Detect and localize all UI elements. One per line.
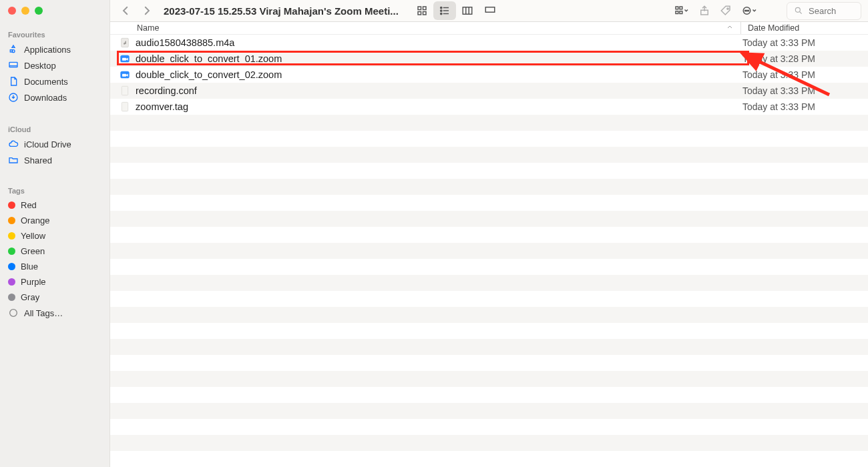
empty-row [110,371,868,387]
back-button[interactable] [117,2,134,19]
view-list-button[interactable] [433,1,456,20]
svg-point-4 [10,310,17,317]
empty-row [110,291,868,307]
sidebar-item-label: Orange [21,215,49,225]
document-icon [8,76,19,87]
sidebar-item-label: Applications [24,45,71,55]
file-date: Today at 3:33 PM [742,101,863,112]
sidebar-item-applications[interactable]: Applications [0,41,110,57]
close-window-button[interactable] [8,7,16,15]
sidebar-item-label: Red [21,200,37,210]
file-name: zoomver.tag [136,101,742,112]
sidebar-item-label: Documents [24,77,68,87]
empty-row [110,211,868,227]
sidebar-tag-red[interactable]: Red [0,197,110,213]
svg-rect-25 [680,7,682,9]
apps-icon [8,44,19,55]
search-input[interactable] [807,5,850,17]
svg-point-30 [745,10,746,11]
file-row[interactable]: recording.confToday at 3:33 PM [110,83,868,99]
sidebar-item-label: Downloads [24,93,67,103]
column-date-header[interactable]: Date Modified [748,23,868,33]
file-date: Today at 3:33 PM [742,69,863,80]
sidebar-item-label: Yellow [21,231,45,241]
group-by-button[interactable] [672,2,692,19]
svg-point-32 [748,10,749,11]
view-switcher [411,1,501,20]
empty-row [110,275,868,291]
tag-dot-blue-icon [8,263,15,270]
sidebar-tag-all[interactable]: All Tags… [0,305,110,321]
svg-line-34 [800,12,802,14]
sidebar-item-downloads[interactable]: Downloads [0,89,110,105]
sidebar-item-documents[interactable]: Documents [0,73,110,89]
column-divider[interactable] [740,22,741,34]
sidebar-item-label: All Tags… [24,308,63,318]
sort-ascending-icon[interactable] [726,23,740,33]
svg-rect-26 [680,11,682,14]
search-icon [794,6,803,15]
download-icon [8,92,19,103]
empty-row [110,435,868,451]
sidebar-tag-orange[interactable]: Orange [0,213,110,228]
zoom-window-button[interactable] [35,7,43,15]
svg-point-9 [440,7,441,8]
svg-point-11 [440,10,441,11]
empty-row [110,355,868,371]
empty-row [110,243,868,259]
sidebar-heading-favourites: Favourites [0,27,110,41]
file-row[interactable]: audio1580438885.m4aToday at 3:33 PM [110,35,868,51]
tag-dot-gray-icon [8,294,15,301]
view-gallery-button[interactable] [479,1,501,20]
empty-row [110,451,868,467]
svg-point-13 [440,13,441,14]
tag-dot-purple-icon [8,278,15,286]
sidebar-tag-gray[interactable]: Gray [0,290,110,305]
empty-row [110,259,868,275]
column-name-header[interactable]: Name [137,23,726,33]
sidebar-item-label: Blue [21,262,38,272]
tag-dot-orange-icon [8,217,15,224]
sidebar-item-icloud-drive[interactable]: iCloud Drive [0,136,110,152]
tags-button[interactable] [717,2,734,19]
sidebar-item-label: Purple [21,277,46,287]
svg-rect-5 [418,7,421,10]
empty-row [110,179,868,195]
file-type-icon [120,53,130,64]
window-title: 2023-07-15 15.25.53 Viraj Mahajan's Zoom… [164,5,399,17]
svg-rect-8 [423,12,426,15]
file-date: Today at 3:33 PM [742,85,863,96]
file-row[interactable]: double_click_to_convert_01.zoomToday at … [110,51,868,67]
sidebar-tag-yellow[interactable]: Yellow [0,228,110,244]
empty-row [110,339,868,355]
actions-menu-button[interactable] [738,2,761,19]
share-button[interactable] [696,2,713,19]
empty-row [110,323,868,339]
sidebar-heading-tags: Tags [0,183,110,197]
tag-dot-yellow-icon [8,232,15,240]
file-type-icon [120,69,130,80]
view-icons-button[interactable] [411,1,433,20]
sidebar-item-label: Desktop [24,61,56,71]
sidebar-item-shared[interactable]: Shared [0,152,110,168]
column-headers: Name Date Modified [110,22,868,35]
sidebar-item-label: Green [21,246,45,256]
file-list: audio1580438885.m4aToday at 3:33 PMdoubl… [110,35,868,467]
search-box[interactable] [787,2,861,20]
file-row[interactable]: zoomver.tagToday at 3:33 PM [110,99,868,115]
sidebar-tag-purple[interactable]: Purple [0,274,110,290]
sidebar-tag-green[interactable]: Green [0,244,110,259]
sidebar-item-desktop[interactable]: Desktop [0,57,110,73]
forward-button[interactable] [138,2,156,19]
empty-row [110,131,868,147]
file-row[interactable]: double_click_to_convert_02.zoomToday at … [110,67,868,83]
svg-point-31 [746,10,748,11]
sidebar-item-label: Shared [24,155,52,165]
cloud-icon [8,139,19,149]
empty-row [110,419,868,435]
svg-rect-40 [122,86,128,95]
sidebar-tag-blue[interactable]: Blue [0,259,110,274]
file-type-icon [120,37,130,48]
minimize-window-button[interactable] [21,7,29,15]
view-columns-button[interactable] [456,1,479,20]
